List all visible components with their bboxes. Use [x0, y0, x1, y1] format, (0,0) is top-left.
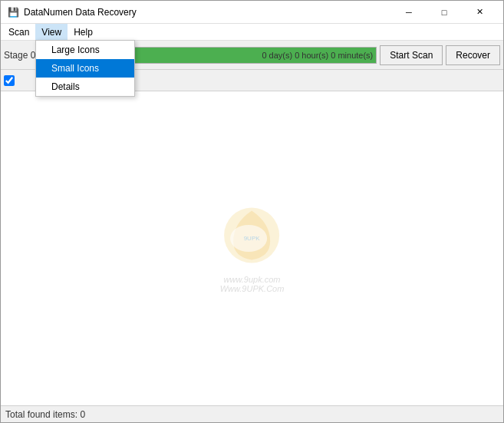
maximize-button[interactable]: □: [427, 1, 462, 24]
window-title: DataNumen Data Recovery: [24, 7, 391, 18]
window-controls: ─ □ ✕: [391, 1, 497, 24]
watermark-text-2: Www.9UPK.Com: [220, 283, 285, 292]
menu-bar: Scan View Help: [1, 24, 503, 41]
app-window: 💾 DataNumen Data Recovery ─ □ ✕ Scan Vie…: [0, 0, 504, 423]
watermark-text-1: www.9upk.com: [220, 274, 285, 283]
view-dropdown-menu: Large Icons Small Icons Details: [35, 40, 135, 97]
watermark: 9UPK www.9upk.com Www.9UPK.Com: [220, 204, 285, 292]
close-button[interactable]: ✕: [462, 1, 497, 24]
progress-time: 0 day(s) 0 hour(s) 0 minute(s): [262, 51, 373, 60]
status-bar: Total found items: 0: [1, 405, 503, 422]
app-icon: 💾: [7, 6, 19, 18]
checkbox-item: [4, 75, 15, 86]
minimize-button[interactable]: ─: [391, 1, 427, 24]
stage-label: Stage 0: [4, 50, 35, 61]
start-scan-button[interactable]: Start Scan: [380, 45, 443, 65]
main-content: 9UPK www.9upk.com Www.9UPK.Com: [1, 91, 503, 405]
status-text: Total found items: 0: [5, 409, 85, 420]
dropdown-item-details[interactable]: Details: [36, 78, 134, 96]
content-area: 9UPK www.9upk.com Www.9UPK.Com: [1, 91, 503, 405]
menu-help[interactable]: Help: [68, 24, 99, 41]
select-all-checkbox[interactable]: [4, 75, 15, 86]
svg-text:9UPK: 9UPK: [244, 234, 261, 241]
title-bar: 💾 DataNumen Data Recovery ─ □ ✕: [1, 1, 503, 24]
menu-scan[interactable]: Scan: [2, 24, 35, 41]
dropdown-item-small-icons[interactable]: Small Icons: [36, 59, 134, 78]
dropdown-item-large-icons[interactable]: Large Icons: [36, 41, 134, 59]
watermark-logo-svg: 9UPK: [222, 204, 283, 266]
menu-view[interactable]: View: [35, 24, 68, 41]
recover-button[interactable]: Recover: [446, 45, 500, 65]
